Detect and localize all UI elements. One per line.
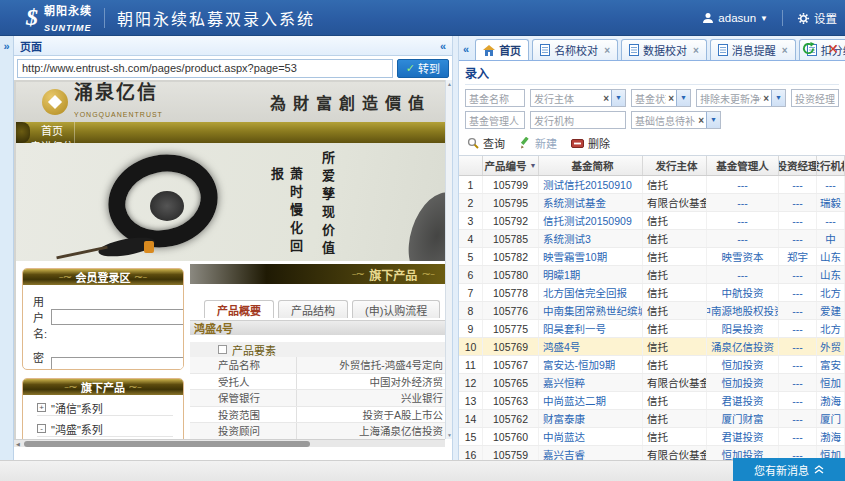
fund-manager-link[interactable]: --- [707, 266, 779, 283]
fund-manager-link[interactable]: 阳昊投资 [707, 320, 779, 337]
issuing-org-link[interactable]: 渤海 [817, 392, 845, 409]
fund-name-link[interactable]: 富安达-恒加9期 [539, 356, 643, 373]
fund-manager-link[interactable]: --- [707, 176, 779, 193]
fund-name-link[interactable]: 中尚蓝达二期 [539, 392, 643, 409]
issuing-org-link[interactable]: 厦门 [817, 410, 845, 427]
new-message-notification[interactable]: 您有新消息 [733, 458, 845, 481]
username-field[interactable] [51, 309, 184, 325]
investment-manager-link[interactable]: --- [779, 176, 817, 193]
issuing-org-link[interactable]: 山东 [817, 266, 845, 283]
table-row[interactable]: 3 105792 信托测试20150909 信托 --- --- --- [459, 212, 845, 230]
fund-name-link[interactable]: 财富泰康 [539, 410, 643, 427]
dropdown-icon[interactable]: ▼ [771, 90, 785, 106]
fund-name-link[interactable]: 嘉兴吉睿 [539, 446, 643, 460]
fund-name-link[interactable]: 系统测试3 [539, 230, 643, 247]
collapse-panel-icon[interactable]: « [440, 40, 446, 52]
password-field[interactable] [51, 357, 184, 370]
table-row[interactable]: 11 105767 富安达-恒加9期 信托 恒加投资 --- 富安 [459, 356, 845, 374]
product-elements-row[interactable]: 产品要素 [190, 342, 445, 357]
filter-field[interactable]: 基金管理人 × ▼ [465, 111, 525, 129]
tab-item[interactable]: 消息提醒 × [710, 39, 796, 60]
table-row[interactable]: 1 105799 测试信托20150910 信托 --- --- --- [459, 176, 845, 194]
filter-field[interactable]: 基金状态 × ▼ [631, 89, 691, 107]
fund-manager-link[interactable]: --- [707, 212, 779, 229]
col-fund-manager[interactable]: 基金管理人 [707, 156, 779, 175]
fund-manager-link[interactable]: 恒加投资 [707, 356, 779, 373]
dropdown-icon[interactable]: ▼ [676, 90, 690, 106]
iframe-vertical-scrollbar[interactable]: ▲ ▼ [445, 80, 452, 439]
fund-name-link[interactable]: 中尚蓝达 [539, 428, 643, 445]
site-logo[interactable]: 涌泉亿信 YONGQUANENTRUST [42, 83, 163, 121]
issuing-org-link[interactable]: 外贸 [817, 338, 845, 355]
product-tab[interactable]: 产品结构 [278, 300, 348, 318]
investment-manager-link[interactable]: --- [779, 338, 817, 355]
table-row[interactable]: 14 105762 财富泰康 信托 厦门财富 --- 厦门 [459, 410, 845, 428]
investment-manager-link[interactable]: --- [779, 410, 817, 427]
investment-manager-link[interactable]: --- [779, 302, 817, 319]
close-all-icon[interactable]: ✕ [827, 43, 839, 55]
fund-manager-link[interactable]: 君谌投资 [707, 428, 779, 445]
issuing-org-link[interactable]: 山东 [817, 248, 845, 265]
table-row[interactable]: 15 105760 中尚蓝达 信托 君谌投资 --- 渤海 [459, 428, 845, 446]
fund-name-link[interactable]: 北方国信完全回报 [539, 284, 643, 301]
table-row[interactable]: 13 105763 中尚蓝达二期 信托 君谌投资 --- 渤海 [459, 392, 845, 410]
fund-manager-link[interactable]: 映雪资本 [707, 248, 779, 265]
clear-icon[interactable]: × [668, 93, 674, 104]
tree-expand-icon[interactable]: + [37, 403, 46, 412]
fund-manager-link[interactable]: 中南源地股权投资 [707, 302, 779, 319]
site-nav-item[interactable]: 首页 [30, 122, 75, 138]
panel-splitter[interactable] [452, 36, 459, 460]
issuing-org-link[interactable]: --- [817, 212, 845, 229]
tab-item[interactable]: 数据校对 × [621, 39, 707, 60]
table-row[interactable]: 4 105785 系统测试3 信托 --- --- 中 [459, 230, 845, 248]
investment-manager-link[interactable]: 郑宇 [779, 248, 817, 265]
collapse-tabs-icon[interactable]: « [463, 43, 469, 55]
tab-item[interactable]: 名称校对 × [532, 39, 618, 60]
fund-manager-link[interactable]: 中航投资 [707, 284, 779, 301]
fund-name-link[interactable]: 明曚1期 [539, 266, 643, 283]
refresh-icon[interactable] [802, 42, 815, 55]
issuing-org-link[interactable]: 中 [817, 230, 845, 247]
expand-west-icon[interactable]: » [0, 40, 13, 52]
search-button[interactable]: 查询 [467, 135, 505, 151]
col-fund-name[interactable]: 基金简称 [539, 156, 643, 175]
fund-name-link[interactable]: 鸿盛4号 [539, 338, 643, 355]
fund-manager-link[interactable]: 涌泉亿信投资 [707, 338, 779, 355]
tree-expand-icon[interactable]: - [37, 424, 46, 433]
delete-button[interactable]: 删除 [571, 135, 610, 151]
settings-button[interactable]: 设置 [797, 10, 845, 26]
investment-manager-link[interactable]: --- [779, 284, 817, 301]
go-button[interactable]: ✓ 转到 [397, 59, 449, 78]
investment-manager-link[interactable]: --- [779, 374, 817, 391]
table-row[interactable]: 2 105795 系统测试基金 有限合伙基金 --- --- 瑞毅 [459, 194, 845, 212]
filter-field[interactable]: 发行机构 × ▼ [530, 111, 626, 129]
investment-manager-link[interactable]: --- [779, 428, 817, 445]
product-tab[interactable]: (申)认购流程 [352, 300, 440, 318]
table-row[interactable]: 9 105775 阳昊套利一号 信托 阳昊投资 --- 北方 [459, 320, 845, 338]
fund-manager-link[interactable]: 厦门财富 [707, 410, 779, 427]
issuing-org-link[interactable]: 瑞毅 [817, 194, 845, 211]
col-issuing-org[interactable]: 发行机构 [817, 156, 845, 175]
filter-field[interactable]: 发行主体 × ▼ [530, 89, 626, 107]
table-row[interactable]: 7 105778 北方国信完全回报 信托 中航投资 --- 北方 [459, 284, 845, 302]
filter-field[interactable]: 投资经理 × ▼ [791, 89, 839, 107]
table-row[interactable]: 10 105769 鸿盛4号 信托 涌泉亿信投资 --- 外贸 [459, 338, 845, 356]
tree-item[interactable]: - "鸿盛"系列 [37, 421, 173, 437]
col-issuing-subject[interactable]: 发行主体 [643, 156, 707, 175]
fund-manager-link[interactable]: --- [707, 230, 779, 247]
issuing-org-link[interactable]: 北方 [817, 284, 845, 301]
table-row[interactable]: 6 105780 明曚1期 信托 --- --- 山东 [459, 266, 845, 284]
table-row[interactable]: 8 105776 中南集团常熟世纪缤城 信托 中南源地股权投资 --- 爱建 [459, 302, 845, 320]
fund-manager-link[interactable]: --- [707, 194, 779, 211]
scroll-left-icon[interactable]: ◀ [14, 440, 22, 448]
investment-manager-link[interactable]: --- [779, 356, 817, 373]
investment-manager-link[interactable]: --- [779, 266, 817, 283]
issuing-org-link[interactable]: 渤海 [817, 428, 845, 445]
iframe-horizontal-scrollbar[interactable]: ◀ [14, 439, 445, 447]
fund-manager-link[interactable]: 恒加投资 [707, 374, 779, 391]
issuing-org-link[interactable]: 北方 [817, 320, 845, 337]
investment-manager-link[interactable]: --- [779, 392, 817, 409]
filter-field[interactable]: 基金名称 × ▼ [465, 89, 525, 107]
scrollbar-thumb[interactable] [24, 441, 310, 447]
filter-field[interactable]: 基础信息待补 × ▼ [631, 111, 721, 129]
